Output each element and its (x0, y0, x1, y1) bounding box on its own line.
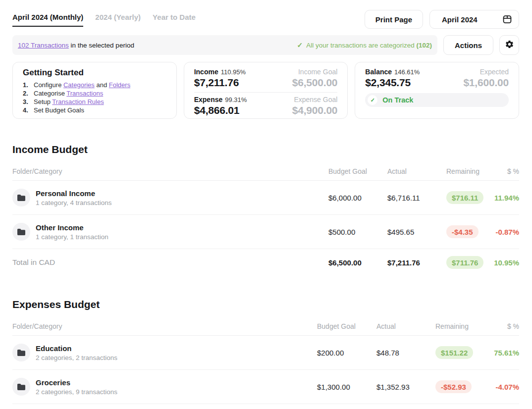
balance-stat-row: Balance146.61% $2,345.75 Expected $1,600… (365, 68, 509, 89)
folder-icon (12, 189, 30, 206)
transactions-link[interactable]: 102 Transactions (18, 42, 69, 49)
on-track-status-badge: ✓ On Track (365, 93, 509, 107)
tab-april-2024-monthly-[interactable]: April 2024 (Monthly) (12, 13, 83, 27)
step-number: 3. (23, 98, 34, 106)
settings-button[interactable] (499, 35, 519, 55)
getting-started-card: Getting Started 1.Configure Categories a… (12, 62, 177, 119)
income-goal-value: $6,500.00 (292, 77, 338, 89)
column-header-actual: Actual (387, 167, 446, 175)
budget-goal-value: $1,300.00 (317, 383, 376, 391)
remaining-badge: -$4.35 (446, 225, 479, 238)
category-cell: Other Income1 category, 1 transaction (12, 223, 328, 241)
column-header-remaining: Remaining (435, 322, 479, 330)
category-text: Education2 categories, 2 transactions (36, 344, 117, 361)
check-icon: ✓ (297, 41, 303, 49)
transactions-count-text: 102 Transactions in the selected period (18, 42, 134, 49)
transaction-rules-link[interactable]: Transaction Rules (52, 98, 104, 105)
getting-started-step-2: 2.Categorise Transactions (23, 89, 166, 98)
status-row: 102 Transactions in the selected period … (12, 35, 519, 55)
category-meta: 2 categories, 2 transactions (36, 354, 117, 361)
table-row-groceries[interactable]: Groceries2 categories, 9 transactions$1,… (12, 370, 519, 404)
actual-value: $48.78 (376, 349, 435, 357)
category-meta: 2 categories, 9 transactions (36, 388, 117, 396)
balance-label: Balance146.61% (365, 68, 420, 76)
getting-started-steps: 1.Configure Categories and Folders2.Cate… (23, 81, 166, 114)
column-header-folder-category: Folder/Category (12, 322, 317, 330)
income-stat-row: Income110.95% $7,211.76 Income Goal $6,5… (194, 68, 338, 89)
top-bar: April 2024 (Monthly)2024 (Yearly)Year to… (12, 10, 519, 29)
print-page-button[interactable]: Print Page (365, 10, 423, 29)
category-name: Personal Income (36, 189, 112, 198)
total-budget-goal: $6,500.00 (328, 258, 387, 267)
column-header-budget-goal: Budget Goal (317, 322, 376, 330)
folders-link[interactable]: Folders (109, 81, 130, 89)
budget-page: April 2024 (Monthly)2024 (Yearly)Year to… (0, 0, 532, 409)
table-row-education[interactable]: Education2 categories, 2 transactions$20… (12, 336, 519, 370)
income-budget-table: Folder/CategoryBudget GoalActualRemainin… (12, 167, 519, 276)
budget-goal-value: $6,000.00 (328, 194, 387, 202)
expenses-budget-section: Expenses Budget Folder/CategoryBudget Go… (12, 299, 519, 409)
column-header-actual: Actual (376, 322, 435, 330)
column-header--: $ % (479, 322, 519, 330)
column-header-budget-goal: Budget Goal (328, 167, 387, 175)
step-number: 4. (23, 106, 34, 114)
actions-button[interactable]: Actions (443, 35, 493, 55)
table-row-other-income[interactable]: Other Income1 category, 1 transaction$50… (12, 215, 519, 249)
percent-value: 75.61% (479, 349, 519, 357)
tab-year-to-date[interactable]: Year to Date (153, 13, 196, 27)
step-text: Configure Categories and Folders (34, 81, 130, 89)
category-cell: Personal Income1 category, 4 transaction… (12, 189, 328, 206)
folder-icon (12, 344, 30, 361)
table-row-personal-income[interactable]: Personal Income1 category, 4 transaction… (12, 181, 519, 215)
income-value: $7,211.76 (194, 77, 246, 89)
step-text: Set Budget Goals (34, 106, 84, 114)
actual-value: $6,716.11 (387, 194, 446, 202)
period-tabs: April 2024 (Monthly)2024 (Yearly)Year to… (12, 10, 196, 27)
getting-started-title: Getting Started (23, 68, 166, 78)
total-remaining-badge: $711.76 (446, 256, 483, 269)
tab-2024-yearly-[interactable]: 2024 (Yearly) (95, 13, 141, 27)
card-divider (194, 92, 338, 93)
check-circle-icon: ✓ (368, 95, 377, 105)
remaining-badge: $716.11 (446, 191, 483, 204)
table-row-electronics[interactable]: Electronics (12, 404, 519, 409)
balance-card: Balance146.61% $2,345.75 Expected $1,600… (355, 62, 519, 119)
getting-started-step-1: 1.Configure Categories and Folders (23, 81, 166, 89)
expense-label: Expense99.31% (194, 96, 247, 103)
step-number: 1. (23, 81, 34, 89)
actual-value: $1,352.93 (376, 383, 435, 391)
category-text: Personal Income1 category, 4 transaction… (36, 189, 112, 206)
column-header-remaining: Remaining (446, 167, 491, 175)
step-text: Categorise Transactions (34, 89, 103, 98)
total-actual: $7,211.76 (387, 258, 446, 267)
period-picker-button[interactable]: April 2024 (429, 10, 519, 29)
calendar-icon (502, 14, 512, 24)
category-meta: 1 category, 4 transactions (36, 199, 112, 206)
expected-value: $1,600.00 (463, 77, 509, 89)
table-header-row: Folder/CategoryBudget GoalActualRemainin… (12, 322, 519, 336)
categories-link[interactable]: Categories (63, 81, 95, 89)
gear-icon (505, 40, 514, 51)
step-text: Setup Transaction Rules (34, 98, 104, 106)
table-header-row: Folder/CategoryBudget GoalActualRemainin… (12, 167, 519, 181)
total-label: Total in CAD (12, 258, 328, 267)
expense-goal-value: $4,900.00 (292, 104, 338, 116)
income-budget-section: Income Budget Folder/CategoryBudget Goal… (12, 144, 519, 276)
period-picker-label: April 2024 (442, 15, 478, 24)
category-cell: Education2 categories, 2 transactions (12, 344, 317, 361)
category-name: Other Income (36, 223, 108, 232)
folder-icon (12, 378, 30, 396)
income-goal-label: Income Goal (292, 68, 338, 76)
categorized-status-text: All your transactions are categorized (1… (306, 42, 432, 49)
percent-value: -0.87% (491, 228, 519, 236)
budget-goal-value: $500.00 (328, 228, 387, 236)
category-name: Education (36, 344, 117, 353)
transactions-link[interactable]: Transactions (66, 90, 103, 97)
getting-started-step-3: 3.Setup Transaction Rules (23, 98, 166, 106)
category-meta: 1 category, 1 transaction (36, 233, 108, 241)
income-expense-card: Income110.95% $7,211.76 Income Goal $6,5… (184, 62, 348, 119)
balance-value: $2,345.75 (365, 77, 420, 89)
budget-goal-value: $200.00 (317, 349, 376, 357)
expected-label: Expected (463, 68, 509, 76)
getting-started-step-4: 4.Set Budget Goals (23, 106, 166, 114)
